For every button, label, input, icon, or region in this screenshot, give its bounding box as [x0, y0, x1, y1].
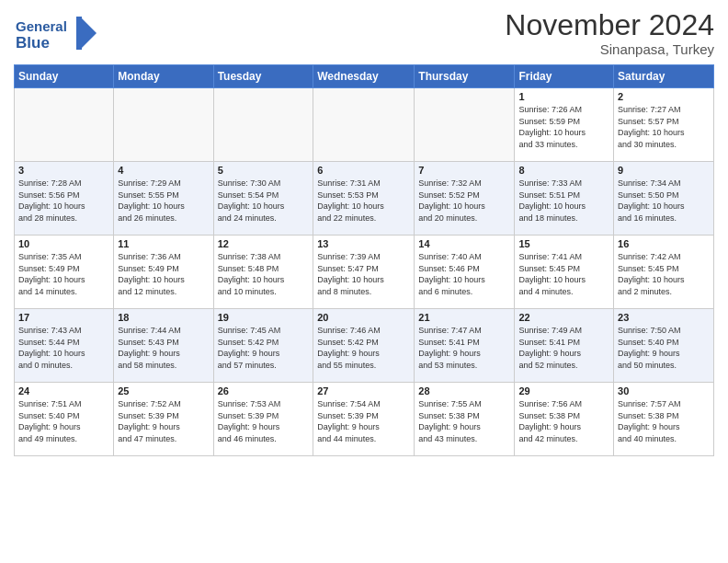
weekday-header-monday: Monday — [114, 65, 213, 88]
day-number: 16 — [618, 238, 710, 249]
weekday-header-tuesday: Tuesday — [213, 65, 313, 88]
day-number: 17 — [18, 312, 109, 323]
day-info: Sunrise: 7:43 AM Sunset: 5:44 PM Dayligh… — [18, 325, 109, 371]
calendar-cell: 26Sunrise: 7:53 AM Sunset: 5:39 PM Dayli… — [213, 383, 313, 456]
day-number: 28 — [418, 385, 510, 396]
day-info: Sunrise: 7:35 AM Sunset: 5:49 PM Dayligh… — [18, 251, 109, 297]
day-number: 3 — [18, 165, 109, 176]
day-info: Sunrise: 7:41 AM Sunset: 5:45 PM Dayligh… — [518, 251, 609, 297]
day-info: Sunrise: 7:30 AM Sunset: 5:54 PM Dayligh… — [218, 178, 310, 224]
svg-text:Blue: Blue — [16, 34, 50, 52]
day-info: Sunrise: 7:49 AM Sunset: 5:41 PM Dayligh… — [518, 325, 609, 371]
day-info: Sunrise: 7:50 AM Sunset: 5:40 PM Dayligh… — [618, 325, 710, 371]
month-title: November 2024 — [505, 9, 714, 41]
day-info: Sunrise: 7:45 AM Sunset: 5:42 PM Dayligh… — [218, 325, 310, 371]
calendar-cell: 9Sunrise: 7:34 AM Sunset: 5:50 PM Daylig… — [614, 162, 714, 236]
day-number: 7 — [418, 165, 510, 176]
day-number: 8 — [518, 165, 609, 176]
day-info: Sunrise: 7:32 AM Sunset: 5:52 PM Dayligh… — [418, 178, 510, 224]
calendar-cell — [213, 88, 313, 162]
day-number: 12 — [218, 238, 310, 249]
day-number: 30 — [618, 385, 710, 396]
calendar-week-1: 3Sunrise: 7:28 AM Sunset: 5:56 PM Daylig… — [15, 162, 714, 236]
calendar-cell: 29Sunrise: 7:56 AM Sunset: 5:38 PM Dayli… — [515, 383, 614, 456]
calendar-cell: 22Sunrise: 7:49 AM Sunset: 5:41 PM Dayli… — [515, 309, 614, 383]
day-info: Sunrise: 7:46 AM Sunset: 5:42 PM Dayligh… — [317, 325, 410, 371]
calendar-cell: 24Sunrise: 7:51 AM Sunset: 5:40 PM Dayli… — [15, 383, 114, 456]
weekday-header-friday: Friday — [515, 65, 614, 88]
day-number: 27 — [317, 385, 410, 396]
calendar-cell: 2Sunrise: 7:27 AM Sunset: 5:57 PM Daylig… — [614, 88, 714, 162]
day-info: Sunrise: 7:57 AM Sunset: 5:38 PM Dayligh… — [618, 398, 710, 444]
day-info: Sunrise: 7:44 AM Sunset: 5:43 PM Dayligh… — [118, 325, 209, 371]
day-number: 23 — [618, 312, 710, 323]
day-info: Sunrise: 7:40 AM Sunset: 5:46 PM Dayligh… — [418, 251, 510, 297]
calendar-cell: 13Sunrise: 7:39 AM Sunset: 5:47 PM Dayli… — [313, 236, 415, 309]
day-number: 29 — [518, 385, 609, 396]
page: General Blue November 2024 Sinanpasa, Tu… — [0, 0, 728, 470]
calendar-cell: 11Sunrise: 7:36 AM Sunset: 5:49 PM Dayli… — [114, 236, 213, 309]
logo-block: General Blue — [14, 13, 97, 57]
day-info: Sunrise: 7:38 AM Sunset: 5:48 PM Dayligh… — [218, 251, 310, 297]
calendar-cell: 8Sunrise: 7:33 AM Sunset: 5:51 PM Daylig… — [515, 162, 614, 236]
calendar-cell: 21Sunrise: 7:47 AM Sunset: 5:41 PM Dayli… — [415, 309, 515, 383]
day-number: 25 — [118, 385, 209, 396]
calendar-cell: 20Sunrise: 7:46 AM Sunset: 5:42 PM Dayli… — [313, 309, 415, 383]
calendar-cell: 15Sunrise: 7:41 AM Sunset: 5:45 PM Dayli… — [515, 236, 614, 309]
svg-text:General: General — [16, 18, 67, 34]
svg-rect-4 — [76, 17, 82, 50]
calendar-cell: 3Sunrise: 7:28 AM Sunset: 5:56 PM Daylig… — [15, 162, 114, 236]
calendar-cell: 25Sunrise: 7:52 AM Sunset: 5:39 PM Dayli… — [114, 383, 213, 456]
day-info: Sunrise: 7:36 AM Sunset: 5:49 PM Dayligh… — [118, 251, 209, 297]
day-info: Sunrise: 7:55 AM Sunset: 5:38 PM Dayligh… — [418, 398, 510, 444]
day-info: Sunrise: 7:54 AM Sunset: 5:39 PM Dayligh… — [317, 398, 410, 444]
day-info: Sunrise: 7:34 AM Sunset: 5:50 PM Dayligh… — [618, 178, 710, 224]
calendar-cell: 6Sunrise: 7:31 AM Sunset: 5:53 PM Daylig… — [313, 162, 415, 236]
day-number: 26 — [218, 385, 310, 396]
day-info: Sunrise: 7:51 AM Sunset: 5:40 PM Dayligh… — [18, 398, 109, 444]
day-info: Sunrise: 7:53 AM Sunset: 5:39 PM Dayligh… — [218, 398, 310, 444]
day-number: 18 — [118, 312, 209, 323]
day-number: 13 — [317, 238, 410, 249]
calendar-cell — [15, 88, 114, 162]
calendar-week-4: 24Sunrise: 7:51 AM Sunset: 5:40 PM Dayli… — [15, 383, 714, 456]
day-info: Sunrise: 7:56 AM Sunset: 5:38 PM Dayligh… — [518, 398, 609, 444]
day-info: Sunrise: 7:42 AM Sunset: 5:45 PM Dayligh… — [618, 251, 710, 297]
logo-svg: General Blue — [14, 13, 97, 53]
calendar-cell: 17Sunrise: 7:43 AM Sunset: 5:44 PM Dayli… — [15, 309, 114, 383]
calendar-cell: 1Sunrise: 7:26 AM Sunset: 5:59 PM Daylig… — [515, 88, 614, 162]
day-number: 10 — [18, 238, 109, 249]
location-subtitle: Sinanpasa, Turkey — [505, 41, 714, 57]
day-info: Sunrise: 7:52 AM Sunset: 5:39 PM Dayligh… — [118, 398, 209, 444]
svg-marker-3 — [80, 17, 97, 50]
title-block: November 2024 Sinanpasa, Turkey — [505, 9, 714, 57]
header: General Blue November 2024 Sinanpasa, Tu… — [14, 9, 714, 57]
day-number: 21 — [418, 312, 510, 323]
day-number: 1 — [518, 91, 609, 102]
calendar-cell: 10Sunrise: 7:35 AM Sunset: 5:49 PM Dayli… — [15, 236, 114, 309]
calendar-week-2: 10Sunrise: 7:35 AM Sunset: 5:49 PM Dayli… — [15, 236, 714, 309]
weekday-header-wednesday: Wednesday — [313, 65, 415, 88]
calendar-cell: 7Sunrise: 7:32 AM Sunset: 5:52 PM Daylig… — [415, 162, 515, 236]
calendar-cell: 23Sunrise: 7:50 AM Sunset: 5:40 PM Dayli… — [614, 309, 714, 383]
day-info: Sunrise: 7:27 AM Sunset: 5:57 PM Dayligh… — [618, 104, 710, 150]
calendar-week-3: 17Sunrise: 7:43 AM Sunset: 5:44 PM Dayli… — [15, 309, 714, 383]
day-info: Sunrise: 7:47 AM Sunset: 5:41 PM Dayligh… — [418, 325, 510, 371]
calendar-cell — [313, 88, 415, 162]
day-info: Sunrise: 7:29 AM Sunset: 5:55 PM Dayligh… — [118, 178, 209, 224]
calendar-cell — [114, 88, 213, 162]
calendar-cell: 18Sunrise: 7:44 AM Sunset: 5:43 PM Dayli… — [114, 309, 213, 383]
calendar-cell: 19Sunrise: 7:45 AM Sunset: 5:42 PM Dayli… — [213, 309, 313, 383]
day-number: 24 — [18, 385, 109, 396]
calendar-week-0: 1Sunrise: 7:26 AM Sunset: 5:59 PM Daylig… — [15, 88, 714, 162]
calendar-table: SundayMondayTuesdayWednesdayThursdayFrid… — [14, 64, 714, 456]
calendar-cell: 14Sunrise: 7:40 AM Sunset: 5:46 PM Dayli… — [415, 236, 515, 309]
weekday-header-sunday: Sunday — [15, 65, 114, 88]
calendar-cell: 27Sunrise: 7:54 AM Sunset: 5:39 PM Dayli… — [313, 383, 415, 456]
day-info: Sunrise: 7:31 AM Sunset: 5:53 PM Dayligh… — [317, 178, 410, 224]
calendar-cell: 12Sunrise: 7:38 AM Sunset: 5:48 PM Dayli… — [213, 236, 313, 309]
calendar-cell: 16Sunrise: 7:42 AM Sunset: 5:45 PM Dayli… — [614, 236, 714, 309]
day-number: 2 — [618, 91, 710, 102]
calendar-cell: 28Sunrise: 7:55 AM Sunset: 5:38 PM Dayli… — [415, 383, 515, 456]
day-info: Sunrise: 7:28 AM Sunset: 5:56 PM Dayligh… — [18, 178, 109, 224]
